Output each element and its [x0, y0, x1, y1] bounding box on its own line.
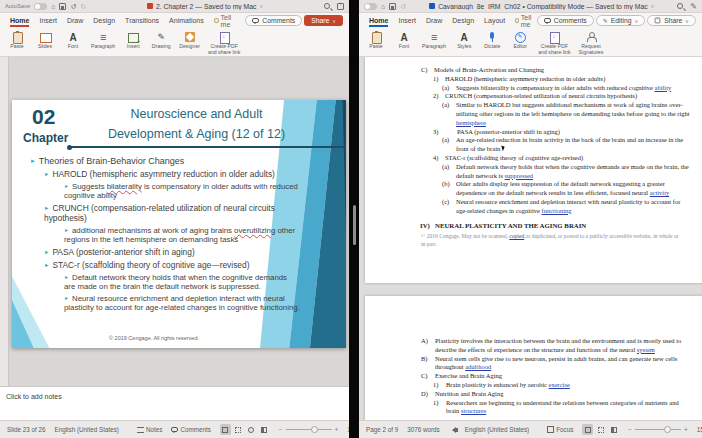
language-status[interactable]: English (United States)	[465, 426, 529, 433]
notes-toggle[interactable]: Notes	[137, 426, 162, 433]
titlebar-share-icon[interactable]	[337, 3, 344, 10]
save-icon[interactable]	[59, 3, 66, 10]
doc-line: describe the effects of experience on th…	[435, 346, 702, 355]
doc-line: utilizing other regions in the left hemi…	[456, 110, 702, 119]
slide-bullet: ►Default network theory holds that when …	[22, 273, 300, 291]
slide-body: ►Theories of Brain-Behavior Changes►HARO…	[22, 156, 300, 315]
focus-toggle[interactable]: Focus	[547, 426, 573, 433]
comment-icon	[252, 18, 259, 23]
tab-draw[interactable]: Draw	[422, 15, 446, 27]
zoom-slider[interactable]: − +	[628, 426, 687, 433]
zoom-level[interactable]: 150%	[697, 426, 702, 433]
slideshow-view-button[interactable]	[259, 424, 270, 435]
outline-view-button[interactable]	[608, 424, 619, 435]
ppt-tabbar: HomeInsertDrawDesignTransitionsAnimation…	[0, 13, 349, 28]
zoom-knob[interactable]	[311, 426, 318, 433]
share-icon	[655, 18, 661, 24]
dictate-ribbon-button[interactable]: Dictate	[479, 30, 505, 51]
paragraph-ribbon-button[interactable]: Paragraph	[88, 30, 118, 51]
pencil-icon[interactable]: ✎	[690, 2, 697, 11]
tab-transitions[interactable]: Transitions	[121, 15, 163, 27]
print-layout-view-button[interactable]	[582, 424, 593, 435]
autosave-toggle[interactable]	[34, 3, 47, 10]
undo-icon[interactable]: ↺	[70, 3, 76, 10]
paste-ribbon-button[interactable]: Paste	[4, 30, 30, 51]
slide-canvas[interactable]: 02 Chapter Neuroscience and AdultDevelop…	[12, 100, 346, 348]
zoom-slider[interactable]: − +	[279, 426, 338, 433]
tab-animations[interactable]: Animations	[165, 15, 208, 27]
share-button[interactable]: Share ∨	[647, 15, 696, 26]
tab-design[interactable]: Design	[448, 15, 478, 27]
save-icon[interactable]	[389, 3, 396, 10]
editor-icon	[514, 31, 526, 43]
language-status[interactable]: English (United States)	[55, 426, 119, 433]
zoom-in-icon[interactable]: +	[335, 426, 339, 433]
tab-draw[interactable]: Draw	[63, 15, 87, 27]
slide-thumbnail-pane[interactable]	[0, 57, 9, 386]
font-icon	[398, 31, 410, 43]
comments-button[interactable]: Comments	[537, 15, 594, 26]
designer-ribbon-button[interactable]: Designer	[176, 30, 203, 51]
doc-line: in part.	[421, 241, 702, 248]
doc-line: B)Neural stem cells give rise to new neu…	[421, 355, 702, 364]
font-ribbon-button[interactable]: Font	[391, 30, 417, 51]
word-count[interactable]: 3076 words	[407, 426, 440, 433]
tab-insert[interactable]: Insert	[394, 15, 420, 27]
paragraph-ribbon-button[interactable]: Paragraph	[419, 30, 449, 51]
zoom-out-icon[interactable]: −	[279, 426, 283, 433]
slide-bullet: ►PASA (posterior-anterior shift in aging…	[22, 247, 300, 257]
zoom-in-icon[interactable]: +	[684, 426, 688, 433]
comments-toggle[interactable]: Comments	[171, 426, 210, 433]
page-counter[interactable]: Page 2 of 9	[366, 426, 398, 433]
zoom-out-icon[interactable]: −	[628, 426, 632, 433]
tab-home[interactable]: Home	[365, 15, 392, 27]
comments-button[interactable]: Comments	[245, 15, 302, 26]
styles-ribbon-button[interactable]: Styles	[451, 30, 477, 51]
ribbon-label: Slides	[38, 44, 52, 50]
home-icon[interactable]: ⌂	[381, 3, 385, 10]
zoom-knob[interactable]	[664, 426, 671, 433]
doc-line: C)Exercise and Brain Aging	[421, 372, 702, 381]
bullet-arrow-icon: ►	[30, 158, 36, 164]
insert-ribbon-button[interactable]: Insert	[120, 30, 146, 51]
title-chevron-icon[interactable]: ∨	[651, 3, 655, 9]
web-layout-view-button[interactable]	[595, 424, 606, 435]
tab-home[interactable]: Home	[6, 15, 33, 27]
search-icon[interactable]	[677, 3, 683, 9]
tab-insert[interactable]: Insert	[35, 15, 61, 27]
slide-bullet: ►CRUNCH (compensation-related utilizatio…	[22, 203, 300, 223]
signature-icon	[585, 31, 597, 43]
tell-me[interactable]: Tell me	[210, 14, 242, 28]
font-ribbon-button[interactable]: Font	[60, 30, 86, 51]
pdf-ribbon-button[interactable]: Create PDF and share link	[205, 30, 243, 57]
divider-handle[interactable]	[353, 205, 356, 245]
paste-ribbon-button[interactable]: Paste	[363, 30, 389, 51]
read-aloud-icon[interactable]	[449, 427, 456, 433]
doc-line: IV)NEURAL PLASTICITY AND THE AGING BRAIN	[420, 222, 702, 231]
normal-view-button[interactable]	[220, 424, 231, 435]
title-chevron-icon[interactable]: ∨	[259, 3, 263, 9]
editor-ribbon-button[interactable]: Editor	[507, 30, 533, 51]
chevron-down-icon: ∨	[332, 18, 336, 24]
document-area[interactable]: C)Models of Brain-Activation and Changin…	[359, 57, 702, 420]
slides-ribbon-button[interactable]: Slides	[32, 30, 58, 51]
tell-me[interactable]: Tell me	[511, 14, 533, 28]
home-icon[interactable]: ⌂	[51, 3, 55, 10]
paste-icon	[370, 31, 382, 43]
pdf-ribbon-button[interactable]: Create PDF and share link	[535, 30, 573, 57]
doc-line: (c)Neural resource enrichment and deplet…	[442, 198, 702, 207]
search-icon[interactable]	[324, 3, 330, 9]
doc-line: D)Nutrition and Brain Aging	[421, 390, 702, 399]
tab-layout[interactable]: Layout	[480, 15, 509, 27]
reading-view-button[interactable]	[246, 424, 257, 435]
window-divider[interactable]	[349, 0, 359, 438]
tab-design[interactable]: Design	[89, 15, 119, 27]
drawing-ribbon-button[interactable]: Drawing	[148, 30, 174, 51]
slide-sorter-view-button[interactable]	[233, 424, 244, 435]
share-button[interactable]: Share ∨	[304, 15, 343, 26]
editing-mode-button[interactable]: ✎ Editing ∨	[596, 15, 646, 26]
autosave-toggle[interactable]	[364, 3, 377, 10]
signature-ribbon-button[interactable]: Request Signatures	[576, 30, 607, 57]
doc-line: default network is suppressed	[456, 172, 702, 181]
notes-pane[interactable]: Click to add notes	[0, 386, 349, 420]
